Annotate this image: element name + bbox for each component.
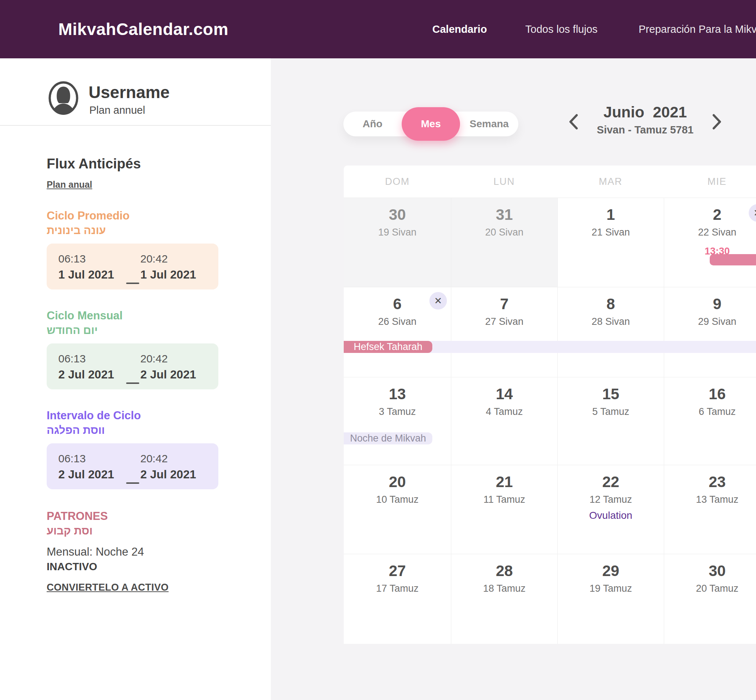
day-number: 15 bbox=[558, 385, 664, 403]
date-range-dash-icon bbox=[125, 352, 141, 389]
day-cell-21[interactable]: 2111 Tamuz bbox=[451, 465, 557, 554]
patterns-section: PATRONES וסת קבוע Mensual: Noche 24 INAC… bbox=[47, 509, 222, 593]
month-title: Junio 2021 bbox=[561, 103, 729, 121]
hebrew-date-label: 6 Tamuz bbox=[664, 406, 756, 417]
cycle-range-card: 06:132 Jul 202120:422 Jul 2021 bbox=[47, 443, 218, 489]
day-cell-1[interactable]: 121 Sivan bbox=[557, 198, 664, 287]
hebrew-date-label: 12 Tamuz bbox=[558, 494, 664, 505]
calendar-week-row-1: 626 Sivan✕727 Sivan828 Sivan929 Sivan bbox=[344, 287, 756, 377]
hebrew-date-label: 21 Sivan bbox=[558, 227, 664, 238]
day-cell-2[interactable]: 222 Sivan13:30✕ bbox=[664, 198, 756, 287]
date-range-dash-icon bbox=[125, 252, 141, 289]
hebrew-date-label: 29 Sivan bbox=[664, 316, 756, 327]
day-cell-6[interactable]: 626 Sivan✕ bbox=[344, 287, 451, 377]
cycle-title: Intervalo de Ciclo bbox=[47, 408, 218, 423]
cycle-start-time: 06:13 bbox=[58, 352, 125, 365]
day-cell-30[interactable]: 3019 Sivan bbox=[344, 198, 451, 287]
day-cell-16[interactable]: 166 Tamuz bbox=[664, 377, 756, 465]
cycle-start-time: 06:13 bbox=[58, 252, 125, 266]
nav-item-2[interactable]: Preparación Para la Mikvá bbox=[639, 0, 756, 58]
cycle-end-date: 2 Jul 2021 bbox=[141, 367, 196, 381]
plan-anual-link[interactable]: Plan anual bbox=[47, 180, 92, 190]
cycle-range-card: 06:131 Jul 202120:421 Jul 2021 bbox=[47, 244, 218, 289]
day-number: 13 bbox=[344, 385, 451, 403]
cycle-start-time: 06:13 bbox=[58, 452, 125, 465]
day-number: 29 bbox=[558, 562, 664, 580]
weekday-header-row: DOMLUNMARMIE bbox=[344, 166, 756, 198]
day-cell-13[interactable]: 133 Tamuz bbox=[344, 377, 451, 465]
cycle-start-date: 1 Jul 2021 bbox=[58, 267, 125, 281]
cycle-title: Ciclo Promedio bbox=[47, 209, 218, 223]
day-number: 22 bbox=[558, 473, 664, 491]
calendar-week-row-4: 2717 Tamuz2818 Tamuz2919 Tamuz3020 Tamuz bbox=[344, 554, 756, 644]
nav-item-0[interactable]: Calendario bbox=[432, 0, 487, 58]
day-number: 7 bbox=[451, 295, 557, 313]
hebrew-date-label: 13 Tamuz bbox=[664, 494, 756, 505]
day-number: 1 bbox=[558, 206, 664, 223]
day-cell-31[interactable]: 3120 Sivan bbox=[451, 198, 557, 287]
app-logo[interactable]: MikvahCalendar.com bbox=[58, 0, 228, 58]
day-cell-9[interactable]: 929 Sivan bbox=[664, 287, 756, 377]
day-cell-14[interactable]: 144 Tamuz bbox=[451, 377, 557, 465]
day-cell-8[interactable]: 828 Sivan bbox=[557, 287, 664, 377]
username: Username bbox=[89, 83, 170, 102]
day-cell-22[interactable]: 2212 TamuzOvulation bbox=[557, 465, 664, 554]
calendar-week-row-2: 133 Tamuz144 Tamuz155 Tamuz166 Tamuz bbox=[344, 377, 756, 465]
divider bbox=[0, 125, 271, 126]
view-toggle-1[interactable]: Mes bbox=[402, 107, 460, 141]
patterns-monthly-value: Mensual: Noche 24 bbox=[47, 545, 222, 559]
app-header: MikvahCalendar.com CalendarioTodos los f… bbox=[0, 0, 756, 58]
view-toggle-0[interactable]: Año bbox=[344, 112, 402, 136]
day-cell-30[interactable]: 3020 Tamuz bbox=[664, 554, 756, 644]
cycle-end-time: 20:42 bbox=[141, 252, 196, 266]
cycle-hebrew-label: ווסת הפלגה bbox=[47, 423, 218, 438]
day-number: 30 bbox=[344, 206, 451, 223]
day-number: 21 bbox=[451, 473, 557, 491]
day-cell-23[interactable]: 2313 Tamuz bbox=[664, 465, 756, 554]
cycle-block-1: Ciclo Mensualיום החודש06:132 Jul 202120:… bbox=[47, 308, 218, 389]
cycle-block-0: Ciclo Promedioעונה בינונית06:131 Jul 202… bbox=[47, 209, 218, 289]
month-navigation: Junio 2021 Sivan - Tamuz 5781 bbox=[561, 103, 729, 144]
day-cell-20[interactable]: 2010 Tamuz bbox=[344, 465, 451, 554]
sidebar: Username Plan annuel Flux Anticipés Plan… bbox=[0, 58, 271, 700]
event-bar-pink[interactable] bbox=[710, 254, 756, 266]
hebrew-date-label: 20 Sivan bbox=[451, 227, 557, 238]
patterns-status-badge: INACTIVO bbox=[47, 559, 222, 574]
hebrew-date-label: 26 Sivan bbox=[344, 316, 451, 327]
day-number: 16 bbox=[664, 385, 756, 403]
noche-de-mikvah-event[interactable]: Noche de Mikvah bbox=[344, 433, 432, 444]
day-number: 2 bbox=[664, 206, 756, 223]
hebrew-date-label: 17 Tamuz bbox=[344, 583, 451, 594]
next-month-button[interactable] bbox=[712, 114, 722, 130]
convert-to-active-link[interactable]: CONVIERTELO A ACTIVO bbox=[47, 582, 169, 593]
cycle-range-card: 06:132 Jul 202120:422 Jul 2021 bbox=[47, 344, 218, 389]
calendar-week-row-0: 3019 Sivan3120 Sivan121 Sivan222 Sivan13… bbox=[344, 198, 756, 287]
day-cell-28[interactable]: 2818 Tamuz bbox=[451, 554, 557, 644]
day-cell-7[interactable]: 727 Sivan bbox=[451, 287, 557, 377]
flux-anticipes-title: Flux Anticipés bbox=[47, 156, 141, 172]
cycle-block-2: Intervalo de Cicloווסת הפלגה06:132 Jul 2… bbox=[47, 408, 218, 489]
day-cell-15[interactable]: 155 Tamuz bbox=[557, 377, 664, 465]
nav-item-1[interactable]: Todos los flujos bbox=[525, 0, 597, 58]
day-number: 23 bbox=[664, 473, 756, 491]
hebrew-date-label: 19 Sivan bbox=[344, 227, 451, 238]
weekday-header-lun: LUN bbox=[451, 176, 557, 188]
day-number: 20 bbox=[344, 473, 451, 491]
weekday-header-dom: DOM bbox=[344, 176, 451, 188]
cycle-hebrew-label: יום החודש bbox=[47, 323, 218, 338]
hebrew-date-label: 19 Tamuz bbox=[558, 583, 664, 594]
close-icon[interactable]: ✕ bbox=[430, 292, 447, 309]
hebrew-date-label: 5 Tamuz bbox=[558, 406, 664, 417]
hebrew-date-label: 18 Tamuz bbox=[451, 583, 557, 594]
day-cell-27[interactable]: 2717 Tamuz bbox=[344, 554, 451, 644]
hebrew-month-range: Sivan - Tamuz 5781 bbox=[561, 124, 729, 136]
user-plan-label: Plan annuel bbox=[89, 104, 145, 116]
cycle-end-date: 1 Jul 2021 bbox=[141, 267, 196, 281]
cycle-hebrew-label: עונה בינונית bbox=[47, 223, 218, 238]
patterns-hebrew-label: וסת קבוע bbox=[47, 523, 222, 538]
day-cell-29[interactable]: 2919 Tamuz bbox=[557, 554, 664, 644]
hebrew-date-label: 28 Sivan bbox=[558, 316, 664, 327]
hefsek-taharah-event[interactable]: Hefsek Taharah bbox=[344, 341, 432, 353]
hebrew-date-label: 11 Tamuz bbox=[451, 494, 557, 505]
view-toggle-2[interactable]: Semana bbox=[460, 112, 519, 136]
